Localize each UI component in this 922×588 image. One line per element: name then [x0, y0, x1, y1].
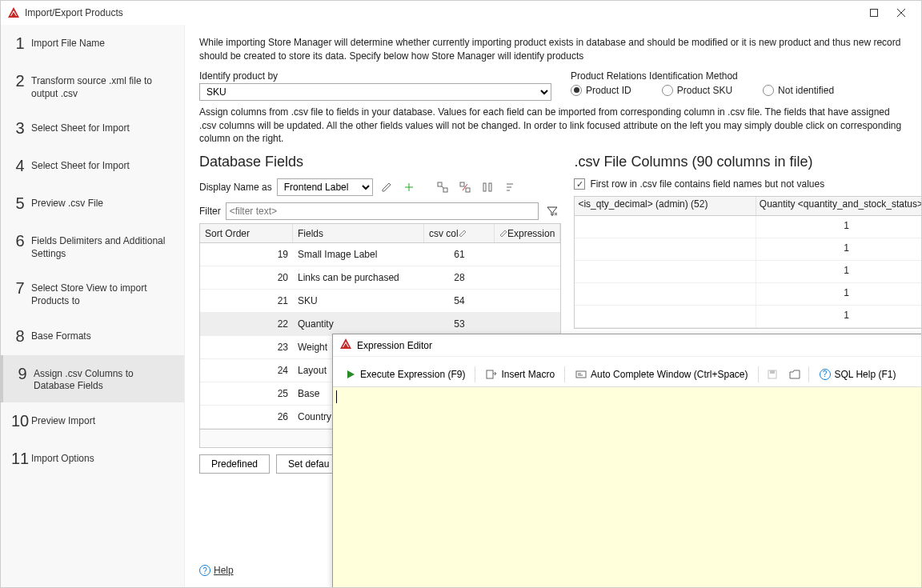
csv-row[interactable]: 1	[575, 261, 921, 283]
filter-icon[interactable]	[543, 202, 561, 220]
step-5[interactable]: 5Preview .csv File	[1, 185, 184, 222]
csv-row[interactable]: 1	[575, 283, 921, 306]
edit-icon[interactable]	[378, 178, 395, 196]
radio-product-sku[interactable]: Product SKU	[662, 85, 732, 96]
clear-assign-icon[interactable]	[456, 178, 474, 196]
insert-macro-button[interactable]: Insert Macro	[480, 366, 559, 383]
csv-col-header[interactable]: Quantity <quantity_and_stock_status> (ad…	[756, 197, 921, 215]
identify-label: Identify product by	[199, 70, 551, 82]
step-7[interactable]: 7Select Store View to import Products to	[1, 270, 184, 317]
open-folder-icon[interactable]	[786, 366, 804, 383]
radio-not-identified[interactable]: Not identified	[763, 85, 834, 96]
execute-expression-button[interactable]: Execute Expression (F9)	[339, 366, 470, 383]
svg-rect-15	[489, 183, 491, 191]
expression-textarea[interactable]	[333, 387, 922, 587]
autocomplete-icon	[575, 368, 587, 381]
svg-rect-9	[443, 188, 447, 192]
window-titlebar: Import/Export Products	[1, 1, 921, 25]
sql-help-button[interactable]: ? SQL Help (F1)	[814, 366, 901, 383]
app-icon	[339, 338, 352, 353]
app-icon	[7, 6, 20, 19]
wizard-sidebar: 1Import File Name 2Transform source .xml…	[1, 25, 185, 587]
expression-editor-toolbar: Execute Expression (F9) Insert Macro Aut…	[333, 362, 922, 387]
checkbox-icon	[574, 178, 585, 190]
help-icon: ?	[819, 368, 832, 381]
auto-complete-button[interactable]: Auto Complete Window (Ctrl+Space)	[570, 366, 752, 383]
toolbar-separator	[808, 366, 809, 382]
csv-columns-title: .csv File Columns (90 columns in file)	[574, 154, 921, 170]
svg-rect-25	[487, 370, 493, 378]
expression-editor-titlebar[interactable]: Expression Editor	[333, 334, 922, 357]
filter-input[interactable]	[226, 202, 539, 220]
play-icon	[344, 368, 357, 381]
csv-row[interactable]: 1	[575, 216, 921, 238]
svg-rect-12	[466, 188, 470, 192]
table-row[interactable]: 19Small Image Label61	[200, 243, 560, 266]
table-row[interactable]: 21SKU54	[200, 290, 560, 313]
add-icon[interactable]	[400, 178, 418, 196]
save-icon[interactable]	[764, 366, 781, 383]
help-link[interactable]: ? Help	[199, 565, 234, 576]
step-9[interactable]: 9Assign .csv Columns to Database Fields	[1, 355, 184, 402]
csv-grid: <is_qty_decimal> (admin) (52) Quantity <…	[574, 196, 921, 329]
expression-editor-title: Expression Editor	[357, 340, 432, 351]
step-2[interactable]: 2Transform source .xml file to output .c…	[1, 62, 184, 110]
toolbar-separator	[564, 366, 565, 382]
svg-marker-24	[347, 370, 355, 378]
maximize-button[interactable]	[860, 4, 888, 22]
col-sort-order[interactable]: Sort Order	[200, 224, 293, 242]
step-4[interactable]: 4Select Sheet for Import	[1, 147, 184, 185]
step-6[interactable]: 6Fields Delimiters and Additional Settin…	[1, 222, 184, 270]
macro-icon	[485, 368, 498, 381]
step-3[interactable]: 3Select Sheet for Import	[1, 110, 184, 147]
filter-label: Filter	[199, 206, 221, 217]
display-name-select[interactable]: Frontend Label	[277, 178, 373, 196]
close-button[interactable]	[888, 4, 915, 22]
help-icon: ?	[199, 565, 210, 576]
display-name-label: Display Name as	[199, 182, 272, 193]
col-csv[interactable]: csv col	[424, 224, 495, 242]
identify-select[interactable]: SKU	[199, 83, 551, 101]
svg-rect-11	[460, 182, 464, 186]
table-row[interactable]: 20Links can be purchased28	[200, 266, 560, 290]
toolbar-separator	[475, 366, 475, 382]
radio-icon	[662, 85, 673, 96]
step-11[interactable]: 11Import Options	[1, 440, 184, 478]
window-title: Import/Export Products	[25, 7, 860, 18]
step-8[interactable]: 8Base Formats	[1, 318, 184, 355]
assign-desc: Assign columns from .csv file to fields …	[199, 106, 907, 146]
sort-icon[interactable]	[501, 178, 519, 196]
table-row[interactable]: 22Quantity53	[200, 313, 560, 336]
svg-rect-8	[438, 182, 442, 186]
svg-rect-14	[483, 183, 486, 191]
toolbar-separator	[758, 366, 759, 382]
svg-rect-3	[871, 10, 878, 17]
auto-assign-icon[interactable]	[434, 178, 451, 196]
csv-row[interactable]: 1	[575, 238, 921, 261]
svg-line-13	[463, 184, 467, 190]
col-fields[interactable]: Fields	[293, 224, 424, 242]
relations-label: Product Relations Identification Method	[571, 70, 907, 82]
radio-icon	[763, 85, 774, 96]
radio-product-id[interactable]: Product ID	[571, 85, 631, 96]
grid-header: Sort Order Fields csv col Expression	[200, 224, 560, 243]
svg-rect-26	[576, 371, 586, 378]
column-config-icon[interactable]	[479, 178, 496, 196]
step-10[interactable]: 10Preview Import	[1, 402, 184, 440]
expression-editor-window: Expression Editor Execute Expression (F9…	[332, 334, 922, 588]
svg-rect-30	[770, 370, 775, 374]
radio-icon	[571, 85, 582, 96]
step-1[interactable]: 1Import File Name	[1, 25, 184, 62]
csv-col-header[interactable]: <is_qty_decimal> (admin) (52)	[575, 197, 756, 215]
csv-grid-header: <is_qty_decimal> (admin) (52) Quantity <…	[575, 197, 921, 216]
csv-row[interactable]: 1	[575, 306, 921, 328]
db-fields-title: Database Fields	[199, 154, 561, 170]
intro-text: While importing Store Manager will deter…	[199, 36, 907, 64]
predefined-button[interactable]: Predefined	[199, 454, 270, 474]
col-expression[interactable]: Expression	[495, 224, 560, 242]
first-row-checkbox[interactable]: First row in .csv file contains field na…	[574, 178, 921, 190]
svg-line-10	[442, 186, 443, 188]
